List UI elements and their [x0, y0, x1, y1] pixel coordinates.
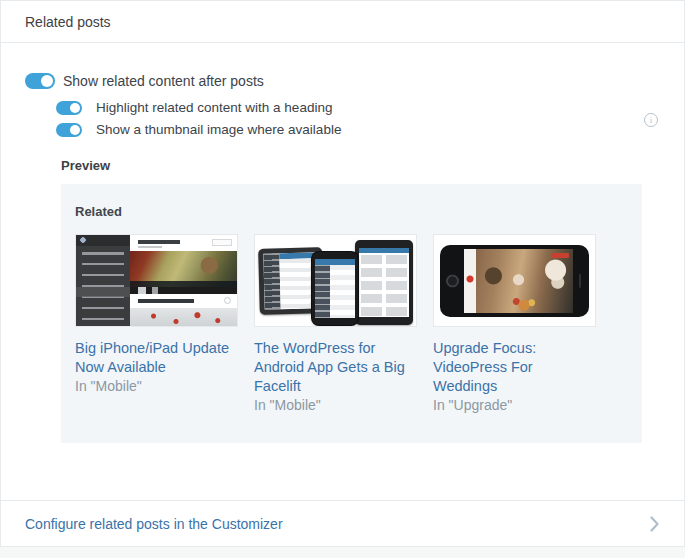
android-devices-thumbnail: [254, 234, 417, 327]
iphone-video-thumbnail: [433, 234, 596, 327]
thumb-admin-sidebar: [76, 235, 130, 326]
sub-toggles: Highlight related content with a heading…: [56, 100, 660, 137]
thumb-admin-menu-highlight: [76, 287, 130, 297]
thumb-post-photo: [130, 308, 237, 326]
show-related-toggle[interactable]: [25, 73, 55, 89]
highlight-heading-label[interactable]: Highlight related content with a heading: [96, 100, 332, 115]
show-thumbnail-toggle-row: Show a thumbnail image where available: [56, 122, 660, 137]
thumb-app-menu: [263, 253, 280, 309]
thumb-app-toolbar: [359, 248, 409, 253]
thumb-app-grid: [361, 255, 407, 317]
related-posts-settings-card: Related posts i Show related content aft…: [0, 0, 685, 547]
related-post-item: Big iPhone/iPad Update Now Available In …: [75, 234, 238, 415]
thumb-post-title-row: [130, 294, 237, 308]
thumb-blog-content: [130, 235, 237, 326]
thumb-wedding-video: [464, 249, 573, 313]
preview-box: Related: [61, 184, 642, 443]
show-thumbnail-toggle[interactable]: [56, 123, 82, 137]
thumb-comment-bubble: [224, 297, 231, 304]
chevron-right-icon[interactable]: [649, 515, 660, 533]
related-post-title: The WordPress for Android App Gets a Big…: [254, 339, 417, 396]
thumb-post-title-bar: [138, 299, 194, 303]
related-post-context: In "Mobile": [75, 377, 238, 396]
thumb-tablet-portrait: [355, 240, 413, 325]
thumb-record-timer: [552, 253, 569, 258]
show-thumbnail-label[interactable]: Show a thumbnail image where available: [96, 122, 341, 137]
thumb-search-box: [212, 239, 232, 246]
related-post-item: Upgrade Focus: VideoPress For Weddings I…: [433, 234, 596, 415]
toggle-knob: [70, 103, 80, 113]
thumb-blog-header: [130, 235, 237, 251]
related-posts-row: Big iPhone/iPad Update Now Available In …: [75, 234, 628, 415]
related-heading: Related: [75, 204, 628, 219]
highlight-heading-toggle[interactable]: [56, 101, 82, 115]
info-icon[interactable]: i: [644, 113, 658, 127]
settings-section: i Show related content after posts Highl…: [1, 43, 684, 443]
thumb-phone-screen: [315, 259, 355, 318]
thumb-nav-bar: [130, 287, 237, 294]
thumb-admin-toolbar: [76, 235, 130, 246]
thumb-blog-title-bar: [138, 240, 180, 244]
related-post-item: The WordPress for Android App Gets a Big…: [254, 234, 417, 415]
customizer-footer-row[interactable]: Configure related posts in the Customize…: [1, 500, 684, 546]
thumb-app-menu: [315, 265, 330, 318]
related-post-title: Big iPhone/iPad Update Now Available: [75, 339, 238, 377]
card-header: Related posts: [1, 1, 684, 43]
configure-customizer-link[interactable]: Configure related posts in the Customize…: [25, 516, 283, 532]
toggle-knob: [41, 75, 53, 87]
related-post-context: In "Mobile": [254, 396, 417, 415]
thumb-tablet-screen: [359, 248, 409, 317]
thumb-blog-tagline-bar: [138, 246, 162, 248]
related-post-title: Upgrade Focus: VideoPress For Weddings: [433, 339, 596, 396]
page-title: Related posts: [25, 14, 111, 30]
show-related-toggle-row: Show related content after posts: [25, 73, 660, 89]
toggle-knob: [70, 125, 80, 135]
highlight-heading-toggle-row: Highlight related content with a heading: [56, 100, 660, 115]
related-post-context: In "Upgrade": [433, 396, 596, 415]
thumb-iphone: [440, 245, 589, 317]
thumb-app-list: [330, 265, 355, 318]
thumb-tablet-screen: [263, 252, 318, 309]
thumb-phone: [312, 252, 358, 325]
cat-blog-dashboard-thumbnail: [75, 234, 238, 327]
thumb-home-button: [446, 275, 459, 288]
thumb-cat-photo: [130, 251, 237, 287]
preview-label: Preview: [61, 158, 660, 173]
thumb-speaker: [579, 274, 581, 288]
show-related-label[interactable]: Show related content after posts: [63, 73, 264, 89]
